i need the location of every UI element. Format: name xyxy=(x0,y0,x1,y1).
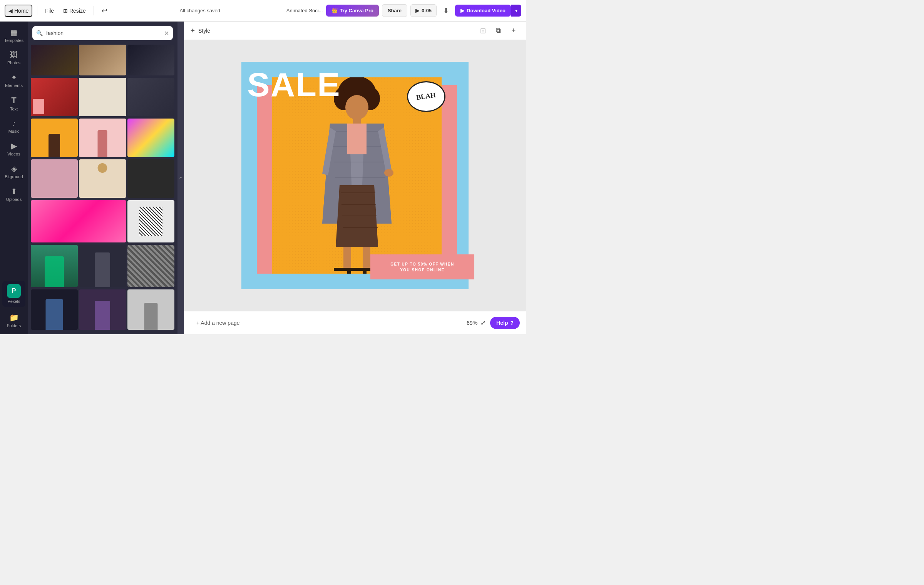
zoom-expand-button[interactable]: ⤢ xyxy=(480,319,485,326)
play-button[interactable]: ▶ 0:05 xyxy=(410,4,437,17)
photo-item-13[interactable] xyxy=(31,200,126,242)
crown-icon: 👑 xyxy=(331,8,338,13)
sidebar-item-uploads[interactable]: ⬆ Uploads xyxy=(2,184,25,205)
search-input[interactable] xyxy=(32,26,173,40)
panel-collapse-handle[interactable]: ‹ xyxy=(178,22,184,334)
sale-label: SALE xyxy=(247,65,341,104)
elements-label: Elements xyxy=(5,83,23,88)
download-video-caret[interactable]: ▾ xyxy=(511,5,521,17)
photo-item-14[interactable] xyxy=(127,200,174,242)
add-icon: + xyxy=(512,27,516,35)
help-button[interactable]: Help ? xyxy=(490,317,520,329)
sidebar-item-text[interactable]: T Text xyxy=(2,92,25,114)
copy-button[interactable]: ⧉ xyxy=(492,25,504,37)
download-video-wrapper: ▶ Download Video ▾ xyxy=(455,5,521,17)
share-label: Share xyxy=(388,8,402,13)
sidebar-item-videos[interactable]: ▶ Videos xyxy=(2,138,25,159)
photo-item-1[interactable] xyxy=(31,45,78,75)
canvas-toolbar-right: ⊡ ⧉ + xyxy=(477,25,520,37)
photos-icon: 🖼 xyxy=(10,50,18,59)
sidebar-item-pexels[interactable]: P Pexels xyxy=(2,281,25,307)
download-video-label: Download Video xyxy=(467,8,506,13)
videos-icon: ▶ xyxy=(11,141,17,150)
search-panel: 🔍 ✕ xyxy=(28,22,178,334)
photo-item-5[interactable] xyxy=(79,78,126,116)
photo-item-8[interactable] xyxy=(79,119,126,157)
svg-rect-22 xyxy=(363,247,370,270)
file-button[interactable]: File xyxy=(42,5,57,16)
style-bar: ✦ Style ⊡ ⧉ + xyxy=(184,22,526,40)
photo-grid xyxy=(28,45,177,334)
photo-item-11[interactable] xyxy=(79,159,126,198)
templates-icon: ▦ xyxy=(10,28,18,37)
download-icon: ⬇ xyxy=(443,7,449,15)
sidebar-item-templates[interactable]: ▦ Templates xyxy=(2,25,25,46)
video-icon: ▶ xyxy=(460,8,464,13)
photo-item-12[interactable] xyxy=(127,159,174,198)
pexels-badge: P xyxy=(7,284,21,298)
music-label: Music xyxy=(8,129,20,134)
copy-icon: ⧉ xyxy=(496,27,501,35)
svg-point-26 xyxy=(384,169,393,177)
design-sale-text: SALE xyxy=(247,68,341,102)
help-label: Help xyxy=(496,320,508,326)
zoom-level: 69% xyxy=(467,320,477,326)
resize-button[interactable]: ⊞ Resize xyxy=(60,5,89,16)
download-video-button[interactable]: ▶ Download Video xyxy=(455,5,511,17)
photo-item-3[interactable] xyxy=(127,45,174,75)
search-clear-button[interactable]: ✕ xyxy=(164,30,169,37)
photo-item-15[interactable] xyxy=(31,245,78,287)
photo-item-19[interactable] xyxy=(79,289,126,330)
resize-icon: ⊞ xyxy=(63,8,68,14)
download-icon-button[interactable]: ⬇ xyxy=(440,5,452,17)
uploads-label: Uploads xyxy=(6,197,22,202)
sidebar-item-music[interactable]: ♪ Music xyxy=(2,116,25,137)
saved-status: All changes saved xyxy=(117,8,283,13)
sidebar-item-folders[interactable]: 📁 Folders xyxy=(2,310,25,331)
home-button[interactable]: ◀ Home xyxy=(5,5,32,17)
add-page-button[interactable]: + Add a new page xyxy=(190,317,246,329)
photo-item-17[interactable] xyxy=(127,245,174,287)
photo-item-4[interactable] xyxy=(31,78,78,116)
undo-button[interactable]: ↩ xyxy=(99,4,110,17)
svg-point-11 xyxy=(345,95,368,120)
design-canvas[interactable]: SALE BLAH GET UP TO 50% OFF WHENYOU SHOP… xyxy=(241,62,469,289)
play-time: 0:05 xyxy=(422,8,432,13)
undo-icon: ↩ xyxy=(102,7,107,15)
sidebar-item-elements[interactable]: ✦ Elements xyxy=(2,70,25,91)
photo-item-20[interactable] xyxy=(127,289,174,330)
frame-button[interactable]: ⊡ xyxy=(477,25,489,37)
sidebar-item-photos[interactable]: 🖼 Photos xyxy=(2,47,25,68)
zoom-controls: 69% ⤢ xyxy=(467,319,485,326)
svg-rect-21 xyxy=(343,247,351,270)
share-button[interactable]: Share xyxy=(382,4,407,17)
main-layout: ▦ Templates 🖼 Photos ✦ Elements T Text ♪… xyxy=(0,22,526,334)
folders-icon: 📁 xyxy=(9,313,19,322)
videos-label: Videos xyxy=(7,152,20,156)
pexels-label: Pexels xyxy=(7,299,20,304)
photo-item-10[interactable] xyxy=(31,159,78,198)
topbar-divider-1 xyxy=(37,6,37,15)
canvas-content: SALE BLAH GET UP TO 50% OFF WHENYOU SHOP… xyxy=(184,40,526,311)
photo-item-18[interactable] xyxy=(31,289,78,330)
try-pro-label: Try Canva Pro xyxy=(340,8,373,13)
photo-item-16[interactable] xyxy=(79,245,126,287)
promo-text: GET UP TO 50% OFF WHENYOU SHOP ONLINE xyxy=(390,261,454,273)
text-label: Text xyxy=(10,107,18,111)
sidebar-item-background[interactable]: ◈ Bkground xyxy=(2,161,25,182)
caret-icon: ▾ xyxy=(515,8,517,13)
topbar-right: 👑 Try Canva Pro Share ▶ 0:05 ⬇ ▶ Downloa… xyxy=(326,4,522,17)
try-pro-button[interactable]: 👑 Try Canva Pro xyxy=(326,5,379,17)
templates-label: Templates xyxy=(4,38,23,43)
photo-item-9[interactable] xyxy=(127,119,174,157)
sidebar: ▦ Templates 🖼 Photos ✦ Elements T Text ♪… xyxy=(0,22,28,334)
canvas-area: ✦ Style ⊡ ⧉ + xyxy=(184,22,526,334)
music-icon: ♪ xyxy=(12,119,16,128)
folders-label: Folders xyxy=(7,323,21,328)
photo-item-2[interactable] xyxy=(79,45,126,75)
blah-text: BLAH xyxy=(416,92,436,102)
photo-item-6[interactable] xyxy=(127,78,174,116)
style-label: Style xyxy=(198,28,210,34)
add-button[interactable]: + xyxy=(507,25,520,37)
photo-item-7[interactable] xyxy=(31,119,78,157)
